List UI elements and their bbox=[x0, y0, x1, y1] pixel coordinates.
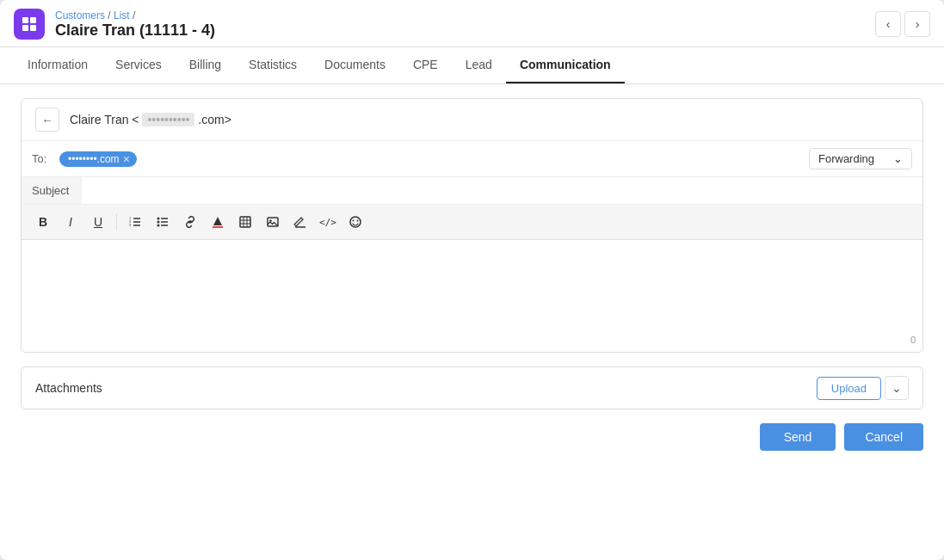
svg-rect-1 bbox=[30, 17, 36, 23]
ordered-list-button[interactable]: 123 bbox=[122, 210, 148, 234]
highlight-button[interactable] bbox=[287, 210, 313, 234]
action-buttons: Send Cancel bbox=[21, 423, 923, 451]
title-area: Customers / List / Claire Tran (11111 - … bbox=[55, 9, 215, 40]
forwarding-chevron-icon: ⌄ bbox=[893, 152, 903, 165]
editor-toolbar: B I U 123 bbox=[22, 205, 922, 240]
upload-group: Upload ⌄ bbox=[817, 376, 909, 400]
from-email-blur: •••••••••• bbox=[142, 113, 194, 126]
attachments-label: Attachments bbox=[35, 381, 102, 395]
svg-rect-17 bbox=[240, 217, 250, 227]
italic-button[interactable]: I bbox=[58, 210, 83, 234]
svg-rect-16 bbox=[213, 226, 223, 228]
unordered-list-button[interactable] bbox=[150, 210, 176, 234]
cancel-button[interactable]: Cancel bbox=[844, 423, 923, 451]
prev-button[interactable]: ‹ bbox=[875, 11, 901, 37]
svg-rect-0 bbox=[22, 17, 28, 23]
svg-point-15 bbox=[157, 225, 160, 227]
upload-dropdown-button[interactable]: ⌄ bbox=[885, 376, 909, 400]
tabs-bar: Information Services Billing Statistics … bbox=[0, 47, 944, 84]
to-field[interactable]: ••••••••.com × bbox=[59, 151, 802, 167]
tab-statistics[interactable]: Statistics bbox=[235, 47, 311, 83]
image-button[interactable] bbox=[260, 210, 286, 234]
svg-point-13 bbox=[157, 218, 160, 220]
forwarding-dropdown[interactable]: Forwarding ⌄ bbox=[809, 148, 912, 169]
header-nav: ‹ › bbox=[875, 11, 930, 37]
tab-information[interactable]: Information bbox=[14, 47, 102, 83]
svg-point-14 bbox=[157, 221, 160, 224]
bold-button[interactable]: B bbox=[30, 210, 56, 234]
breadcrumb-list[interactable]: List bbox=[114, 9, 130, 22]
editor-body[interactable]: 0 bbox=[22, 240, 922, 352]
header-left: Customers / List / Claire Tran (11111 - … bbox=[14, 9, 215, 40]
breadcrumb: Customers / List / bbox=[55, 9, 215, 22]
svg-rect-3 bbox=[30, 25, 36, 31]
main-window: Customers / List / Claire Tran (11111 - … bbox=[0, 0, 944, 560]
underline-button[interactable]: U bbox=[85, 210, 111, 234]
to-row: To: ••••••••.com × Forwarding ⌄ bbox=[22, 141, 922, 177]
char-count: 0 bbox=[910, 335, 916, 345]
upload-button[interactable]: Upload bbox=[817, 377, 881, 400]
tab-communication[interactable]: Communication bbox=[506, 47, 625, 83]
from-suffix: .com> bbox=[198, 113, 231, 126]
compose-area: ← Claire Tran < •••••••••• .com> To: •••… bbox=[21, 98, 923, 353]
app-icon bbox=[14, 9, 45, 40]
recipient-tag: ••••••••.com × bbox=[59, 151, 137, 167]
remove-recipient-button[interactable]: × bbox=[123, 153, 130, 165]
table-button[interactable] bbox=[232, 210, 258, 234]
send-button[interactable]: Send bbox=[760, 423, 836, 451]
svg-text:3: 3 bbox=[129, 223, 132, 227]
code-button[interactable]: </> bbox=[315, 210, 341, 234]
back-button[interactable]: ← bbox=[35, 108, 59, 132]
content-area: ← Claire Tran < •••••••••• .com> To: •••… bbox=[0, 84, 944, 560]
svg-point-26 bbox=[353, 220, 355, 222]
subject-label: Subject bbox=[22, 177, 82, 204]
svg-point-23 bbox=[269, 219, 271, 221]
tab-billing[interactable]: Billing bbox=[176, 47, 235, 83]
to-input[interactable] bbox=[140, 152, 802, 165]
svg-point-27 bbox=[357, 220, 359, 222]
page-title: Claire Tran (11111 - 4) bbox=[55, 22, 215, 40]
recipient-email: ••••••••.com bbox=[68, 153, 120, 165]
tab-documents[interactable]: Documents bbox=[311, 47, 399, 83]
from-address: Claire Tran < •••••••••• .com> bbox=[70, 113, 231, 126]
header: Customers / List / Claire Tran (11111 - … bbox=[0, 0, 944, 47]
tab-cpe[interactable]: CPE bbox=[399, 47, 452, 83]
to-label: To: bbox=[32, 152, 52, 165]
tab-lead[interactable]: Lead bbox=[452, 47, 506, 83]
next-button[interactable]: › bbox=[904, 11, 930, 37]
subject-row: Subject bbox=[22, 177, 922, 205]
breadcrumb-customers[interactable]: Customers bbox=[55, 9, 105, 22]
breadcrumb-sep2: / bbox=[133, 9, 135, 22]
from-name: Claire Tran < bbox=[70, 113, 139, 126]
emoji-button[interactable] bbox=[342, 210, 368, 234]
forwarding-label: Forwarding bbox=[818, 152, 874, 165]
subject-input[interactable] bbox=[82, 177, 922, 204]
tab-services[interactable]: Services bbox=[102, 47, 176, 83]
compose-header: ← Claire Tran < •••••••••• .com> bbox=[22, 99, 922, 141]
toolbar-sep-1 bbox=[116, 213, 117, 231]
color-button[interactable] bbox=[205, 210, 231, 234]
svg-rect-2 bbox=[22, 25, 28, 31]
attachments-bar: Attachments Upload ⌄ bbox=[21, 366, 923, 409]
link-button[interactable] bbox=[177, 210, 203, 234]
